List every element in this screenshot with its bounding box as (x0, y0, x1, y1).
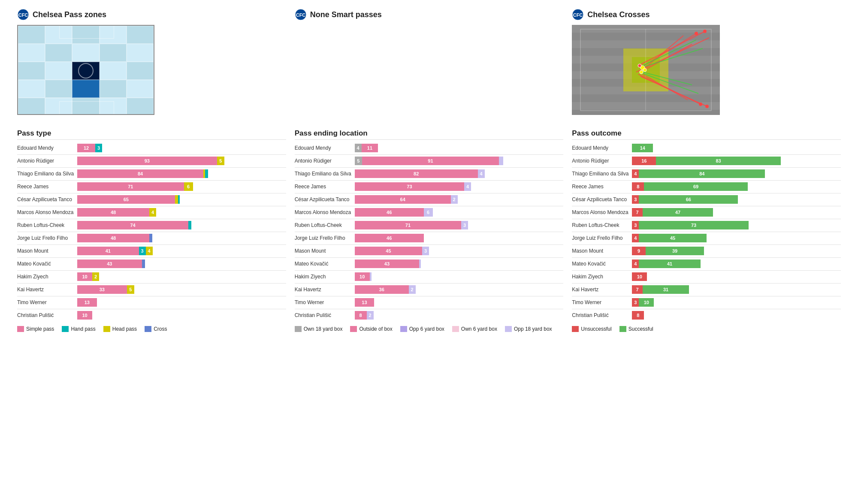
bars-container: 411 (355, 144, 564, 152)
bar-row: Mateo Kovačić43 (17, 259, 286, 269)
bar-row: Kai Havertz362 (295, 285, 564, 294)
bar-segment: 2 (367, 311, 374, 320)
bar-row: Christian Pulišić82 (295, 311, 564, 320)
smart-passes-viz (295, 25, 564, 119)
pz-cell-penalty (72, 80, 99, 98)
bar-segment: 3 (139, 247, 146, 255)
bar-segment: 65 (77, 195, 175, 204)
player-name: Thiago Emiliano da Silva (295, 171, 355, 177)
player-name: Christian Pulišić (17, 312, 77, 318)
panel2-title-text: None Smart passes (310, 10, 382, 19)
bar-segment: 69 (644, 182, 748, 191)
panel2-title: CFC None Smart passes (295, 9, 564, 21)
bars-container: 869 (632, 182, 841, 191)
bar-segment: 7 (632, 285, 643, 294)
legend-cross-color (145, 326, 151, 332)
bar-segment: 73 (355, 182, 465, 191)
bar-row: Hakim Ziyech10 (295, 272, 564, 281)
pz-cell (18, 44, 45, 62)
player-name: Timo Werner (17, 299, 77, 305)
svg-point-32 (638, 64, 641, 67)
player-name: Antonio Rüdiger (295, 158, 355, 164)
bars-container: 74 (77, 221, 286, 229)
bars-container: 10 (355, 272, 564, 281)
chelsea-badge-2: CFC (295, 9, 307, 21)
legend-successful-label: Successful (628, 326, 653, 332)
bar-segment: 2 (409, 285, 416, 294)
bars-container: 713 (355, 221, 564, 229)
bar-segment: 43 (77, 260, 142, 268)
bar-segment: 10 (355, 272, 370, 281)
bar-segment (142, 260, 145, 268)
bars-container: 362 (355, 285, 564, 294)
pz-cell (100, 98, 127, 115)
legend-hand-pass-color (62, 326, 69, 332)
bar-segment (499, 157, 504, 165)
bar-segment: 47 (643, 208, 713, 217)
legend-unsuccessful-label: Unsuccessful (581, 326, 611, 332)
bar-segment: 74 (77, 221, 188, 229)
bar-row: Kai Havertz335 (17, 285, 286, 294)
bar-segment (178, 195, 180, 204)
bar-segment: 71 (77, 182, 184, 191)
legend-outside: Outside of box (350, 326, 392, 332)
pz-row-2 (18, 44, 154, 62)
player-name: Jorge Luiz Frello Filho (572, 235, 632, 241)
bar-row: Ruben Loftus-Cheek713 (295, 220, 564, 230)
bars-container: 731 (632, 285, 841, 294)
bar-row: César Azpilicueta Tanco642 (295, 195, 564, 204)
player-name: Reece James (17, 184, 77, 190)
bar-segment (149, 234, 152, 242)
pz-row-4 (18, 80, 154, 98)
pass-type-bars: Edouard Mendy123Antonio Rüdiger935Thiago… (17, 143, 286, 322)
bars-container: 466 (355, 208, 564, 217)
player-name: Edouard Mendy (17, 145, 77, 151)
bars-container: 366 (632, 195, 841, 204)
legend-simple-pass: Simple pass (17, 326, 54, 332)
bar-segment: 2 (451, 195, 458, 204)
bar-row: Timo Werner13 (17, 298, 286, 307)
player-name: Edouard Mendy (295, 145, 355, 151)
bar-segment: 4 (632, 234, 639, 242)
legend-hand-pass-label: Hand pass (71, 326, 95, 332)
legend-opp18: Opp 18 yard box (505, 326, 552, 332)
panel-crosses: CFC Chelsea Crosses (568, 9, 845, 332)
bars-container: 46 (355, 234, 564, 242)
bars-container: 824 (355, 169, 564, 178)
bar-segment: 7 (632, 208, 643, 217)
legend-opp6-color (400, 326, 407, 332)
bar-segment: 83 (656, 157, 781, 165)
bars-container: 716 (77, 182, 286, 191)
crosses-pitch (572, 25, 720, 115)
bar-segment: 5 (355, 157, 363, 165)
pz-cell (45, 98, 72, 115)
bar-row: Marcos Alonso Mendoza747 (572, 208, 841, 217)
bar-row: Timo Werner13 (295, 298, 564, 307)
bar-segment: 46 (355, 208, 424, 217)
player-name: Ruben Loftus-Cheek (295, 222, 355, 228)
bar-segment: 3 (461, 221, 468, 229)
player-name: César Azpilicueta Tanco (17, 196, 77, 202)
player-name: Mason Mount (295, 248, 355, 254)
bar-segment: 6 (424, 208, 433, 217)
bar-row: Ruben Loftus-Cheek74 (17, 220, 286, 230)
svg-point-36 (705, 105, 709, 108)
player-name: Reece James (572, 184, 632, 190)
bar-row: Thiago Emiliano da Silva484 (572, 169, 841, 178)
bar-row: Christian Pulišić10 (17, 311, 286, 320)
panel1-title: CFC Chelsea Pass zones (17, 9, 286, 21)
player-name: Marcos Alonso Mendoza (17, 209, 77, 215)
bar-segment: 4 (355, 144, 362, 152)
pass-ending-section-title: Pass ending location (295, 129, 564, 140)
bars-container: 14 (632, 144, 841, 152)
panel3-title: CFC Chelsea Crosses (572, 9, 841, 21)
bar-segment: 41 (639, 260, 701, 268)
bar-segment: 3 (632, 298, 639, 307)
player-name: Ruben Loftus-Cheek (17, 222, 77, 228)
pz-cell (18, 26, 45, 44)
bar-segment: 4 (464, 182, 471, 191)
bar-segment: 4 (632, 260, 639, 268)
pz-cell (100, 44, 127, 62)
chelsea-badge-3: CFC (572, 9, 584, 21)
pz-cell (18, 80, 45, 98)
